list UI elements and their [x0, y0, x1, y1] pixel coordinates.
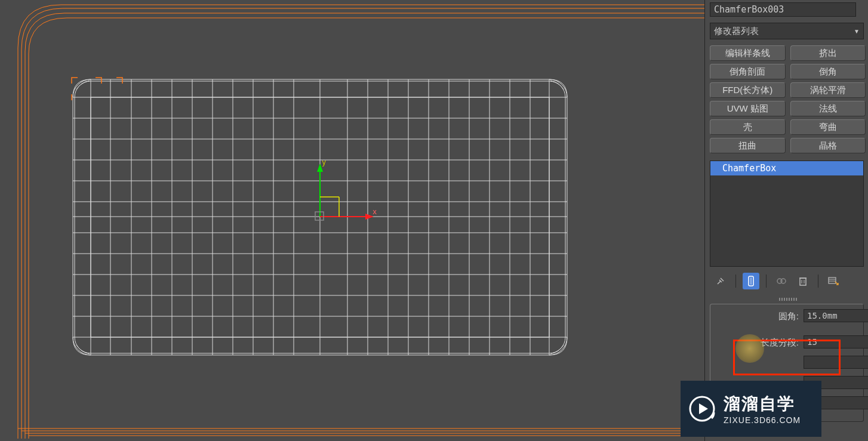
mod-btn-turbosmooth[interactable]: 涡轮平滑 [790, 82, 866, 98]
modifier-stack[interactable]: ChamferBox [710, 161, 864, 267]
svg-rect-0 [0, 0, 704, 439]
watermark: 溜溜自学 ZIXUE.3D66.COM [681, 381, 821, 437]
fillet-label: 圆角: [778, 311, 799, 322]
mod-btn-bend[interactable]: 弯曲 [790, 119, 866, 135]
watermark-title: 溜溜自学 [724, 393, 801, 415]
svg-text:x: x [373, 208, 377, 216]
mod-btn-twist[interactable]: 扭曲 [710, 138, 786, 153]
object-name-input[interactable] [710, 2, 856, 17]
watermark-url: ZIXUE.3D66.COM [724, 415, 801, 425]
modifier-list-dropdown[interactable]: 修改器列表 ▼ [710, 23, 864, 39]
mod-btn-ffd-box[interactable]: FFD(长方体) [710, 82, 786, 98]
stack-toolbar [712, 273, 866, 289]
param-row-hidden-1: x ▲ ▼ [714, 356, 860, 370]
hidden-input-1[interactable] [804, 356, 868, 369]
rollout-drag-handle[interactable] [711, 298, 865, 303]
param-length-segs: 长度分段: ▲ ▼ [714, 335, 860, 350]
svg-marker-65 [699, 403, 708, 414]
mod-btn-edit-spline[interactable]: 编辑样条线 [710, 45, 786, 61]
viewport[interactable]: y x [0, 0, 704, 439]
mod-btn-lattice[interactable]: 晶格 [790, 138, 866, 153]
param-fillet: 圆角: ▲ ▼ [714, 309, 860, 323]
mod-btn-extrude[interactable]: 挤出 [790, 45, 866, 61]
mod-btn-shell[interactable]: 壳 [710, 119, 786, 135]
make-unique-icon[interactable] [773, 273, 790, 289]
watermark-play-icon [688, 394, 716, 423]
length-segs-input[interactable] [804, 335, 868, 349]
pin-stack-icon[interactable] [712, 273, 729, 289]
modifier-quick-buttons: 编辑样条线 挤出 倒角剖面 倒角 FFD(长方体) 涡轮平滑 UVW 贴图 法线… [710, 45, 866, 153]
show-end-result-icon[interactable] [743, 273, 759, 289]
modifier-dropdown-label: 修改器列表 [714, 26, 759, 37]
mod-btn-bevel-profile[interactable]: 倒角剖面 [710, 64, 786, 79]
mod-btn-uvw-map[interactable]: UVW 贴图 [710, 101, 786, 116]
svg-rect-61 [829, 277, 836, 283]
length-segs-label: 长度分段: [761, 337, 799, 349]
fillet-input[interactable] [804, 309, 868, 322]
svg-rect-57 [800, 278, 806, 285]
chevron-down-icon: ▼ [854, 28, 860, 35]
svg-text:y: y [322, 158, 326, 166]
remove-modifier-icon[interactable] [795, 273, 811, 289]
modify-panel: 修改器列表 ▼ 编辑样条线 挤出 倒角剖面 倒角 FFD(长方体) 涡轮平滑 U… [704, 0, 868, 441]
viewport-canvas: y x [0, 0, 704, 439]
svg-point-56 [781, 279, 786, 283]
mod-btn-normal[interactable]: 法线 [790, 101, 866, 116]
configure-modifier-sets-icon[interactable] [825, 273, 842, 289]
stack-item-chamferbox[interactable]: ChamferBox [710, 161, 863, 176]
mod-btn-bevel[interactable]: 倒角 [790, 64, 866, 79]
